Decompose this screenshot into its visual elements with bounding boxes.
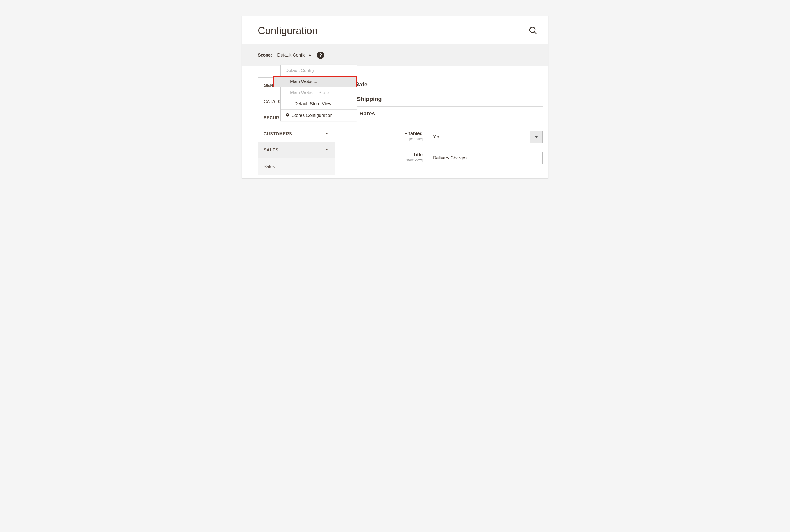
search-icon[interactable] — [528, 26, 537, 36]
caret-up-icon — [308, 54, 311, 56]
page-title: Configuration — [258, 25, 317, 36]
scope-option-stores-configuration[interactable]: Stores Configuration — [281, 109, 357, 121]
title-label: Title — [413, 152, 423, 157]
section-free-shipping[interactable]: Free Shipping — [343, 92, 543, 107]
title-input[interactable] — [429, 152, 543, 164]
scope-option-main-website[interactable]: Main Website — [273, 76, 357, 87]
form-row-enabled: Enabled [website] Yes — [343, 131, 543, 143]
page-header: Configuration — [242, 16, 548, 44]
sidebar-item-label: SALES — [264, 148, 278, 152]
scope-label: Scope: — [258, 53, 272, 58]
enabled-select[interactable]: Yes — [429, 131, 543, 143]
scope-selector[interactable]: Default Config — [277, 53, 311, 58]
sidebar-subitem-sales[interactable]: Sales — [258, 158, 335, 175]
section-table-rates[interactable]: Table Rates — [343, 107, 543, 121]
enabled-select-value: Yes — [429, 131, 530, 143]
help-icon[interactable]: ? — [317, 52, 324, 59]
sidebar-item-customers[interactable]: CUSTOMERS — [258, 126, 335, 142]
scope-option-main-website-store: Main Website Store — [281, 87, 357, 98]
table-rates-form: Enabled [website] Yes Titl — [343, 131, 543, 164]
svg-point-0 — [530, 27, 535, 32]
sidebar-item-sales[interactable]: SALES — [258, 142, 335, 158]
chevron-down-icon — [325, 131, 329, 137]
caret-down-icon — [535, 136, 538, 138]
form-row-title: Title [store view] — [343, 152, 543, 164]
chevron-up-icon — [325, 148, 329, 153]
scope-selected-value: Default Config — [277, 53, 306, 58]
scope-bar: Scope: Default Config ? Default Config M… — [242, 44, 548, 66]
svg-line-1 — [535, 32, 536, 34]
main-column: Flat Rate Free Shipping Table Rates Enab… — [335, 66, 548, 178]
enabled-select-button[interactable] — [530, 131, 542, 143]
scope-dropdown: Default Config Main Website Main Website… — [280, 65, 357, 121]
title-scope-hint: [store view] — [343, 158, 423, 162]
sidebar-item-label: CUSTOMERS — [264, 132, 292, 136]
scope-option-default-config: Default Config — [281, 65, 357, 76]
gear-icon — [285, 113, 290, 118]
section-flat-rate[interactable]: Flat Rate — [343, 77, 543, 92]
config-page-card: Configuration Scope: Default Config ? De… — [242, 16, 548, 179]
enabled-label: Enabled — [404, 131, 423, 136]
enabled-scope-hint: [website] — [343, 137, 423, 141]
scope-option-default-store-view[interactable]: Default Store View — [281, 98, 357, 109]
